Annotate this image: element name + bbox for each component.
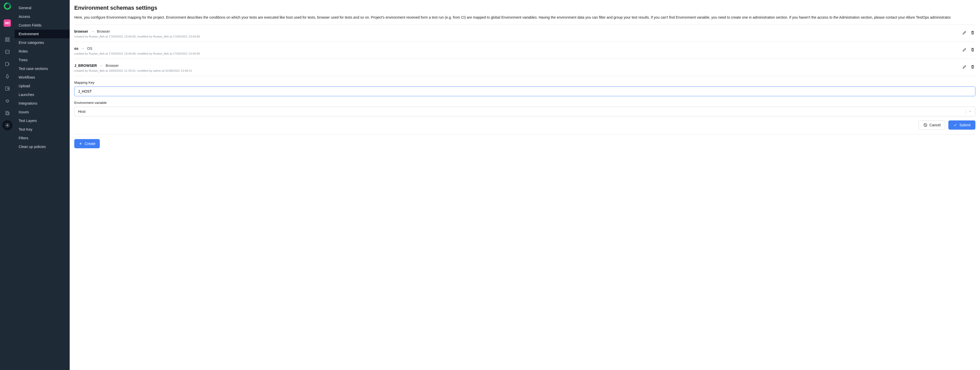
mapping-meta: created by Ruslan_Akh at 17/03/2021 13:4… [74, 52, 962, 55]
nav-general[interactable]: General [14, 3, 70, 12]
nav-access[interactable]: Access [14, 12, 70, 21]
submit-label: Submit [959, 123, 970, 127]
svg-rect-6 [5, 62, 8, 65]
edit-icon[interactable] [962, 30, 967, 35]
nav-filters[interactable]: Filters [14, 134, 70, 142]
cancel-label: Cancel [929, 123, 941, 127]
mapping-meta: created by Ruslan_Akh at 18/03/2021 11:3… [74, 69, 962, 72]
mapping-row: os → OS created by Ruslan_Akh at 17/03/2… [74, 42, 975, 59]
main-content: Environment schemas settings Here, you c… [70, 0, 980, 370]
dashboard-icon[interactable] [2, 35, 13, 44]
svg-rect-2 [8, 38, 9, 39]
nav-clean-up-policies[interactable]: Clean up policies [14, 142, 70, 151]
page-title: Environment schemas settings [74, 5, 975, 11]
export-icon[interactable] [2, 59, 13, 69]
mapping-key-label: Mapping Key [74, 81, 975, 84]
mapping-value: Browser [106, 64, 119, 68]
mapping-key: browser [74, 29, 88, 33]
nav-roles[interactable]: Roles [14, 47, 70, 56]
mapping-key: J_BROWSER [74, 64, 97, 68]
cancel-button[interactable]: Cancel [918, 121, 945, 130]
delete-icon[interactable] [970, 47, 975, 52]
edit-icon[interactable] [962, 47, 967, 52]
arrow-right-icon: → [91, 29, 94, 33]
nav-test-key[interactable]: Test Key [14, 125, 70, 134]
svg-point-9 [6, 100, 8, 102]
create-button[interactable]: Create [74, 139, 100, 148]
svg-rect-10 [6, 111, 8, 114]
left-rail: MD [0, 0, 14, 370]
arrow-right-icon: → [81, 46, 84, 51]
mapping-row: browser → Browser created by Ruslan_Akh … [74, 25, 975, 42]
svg-point-12 [6, 125, 8, 126]
nav-test-layers[interactable]: Test Layers [14, 116, 70, 125]
mapping-row: J_BROWSER → Browser created by Ruslan_Ak… [74, 59, 975, 76]
nav-issues[interactable]: Issues [14, 108, 70, 116]
user-avatar[interactable]: MD [3, 19, 11, 27]
bug-icon[interactable] [2, 96, 13, 106]
svg-rect-5 [5, 50, 9, 53]
arrow-right-icon: → [100, 64, 103, 68]
mapping-form: Mapping Key Environment variable Host Ca… [74, 76, 975, 148]
create-label: Create [85, 141, 95, 146]
mapping-key-input[interactable] [74, 86, 975, 96]
svg-rect-1 [5, 38, 7, 39]
plus-icon [79, 141, 83, 146]
nav-custom-fields[interactable]: Custom Fields [14, 21, 70, 30]
page-description: Here, you configure Environment mapping … [74, 15, 975, 20]
delete-icon[interactable] [970, 30, 975, 35]
mapping-value: Browser [97, 29, 110, 33]
nav-workflows[interactable]: Workflows [14, 73, 70, 82]
svg-point-8 [7, 88, 8, 89]
nav-trees[interactable]: Trees [14, 56, 70, 64]
env-var-select[interactable]: Host [74, 106, 975, 116]
analytics-icon[interactable] [2, 83, 13, 94]
submit-button[interactable]: Submit [948, 121, 975, 130]
svg-rect-4 [8, 40, 9, 41]
app-logo[interactable] [4, 3, 11, 10]
cancel-icon [923, 123, 928, 127]
nav-test-case-sections[interactable]: Test case sections [14, 64, 70, 73]
nav-error-categories[interactable]: Error categories [14, 38, 70, 47]
edit-icon[interactable] [962, 64, 967, 70]
check-icon [953, 123, 957, 127]
nav-launches[interactable]: Launches [14, 91, 70, 99]
nav-upload[interactable]: Upload [14, 82, 70, 91]
nav-environment[interactable]: Environment [14, 30, 70, 38]
delete-icon[interactable] [970, 64, 975, 70]
chevron-down-icon [966, 110, 972, 114]
nav-integrations[interactable]: Integrations [14, 99, 70, 108]
settings-icon[interactable] [2, 120, 13, 130]
env-var-label: Environment variable [74, 101, 975, 105]
code-icon[interactable] [2, 47, 13, 57]
settings-sidenav: General Access Custom Fields Environment… [14, 0, 70, 370]
reports-icon[interactable] [2, 108, 13, 118]
mapping-meta: created by Ruslan_Akh at 17/03/2021 13:4… [74, 35, 962, 38]
mapping-value: OS [87, 46, 92, 51]
svg-rect-11 [6, 112, 9, 115]
mapping-key: os [74, 46, 78, 51]
svg-rect-3 [5, 40, 7, 41]
env-var-value: Host [78, 110, 86, 114]
launches-icon[interactable] [2, 71, 13, 81]
